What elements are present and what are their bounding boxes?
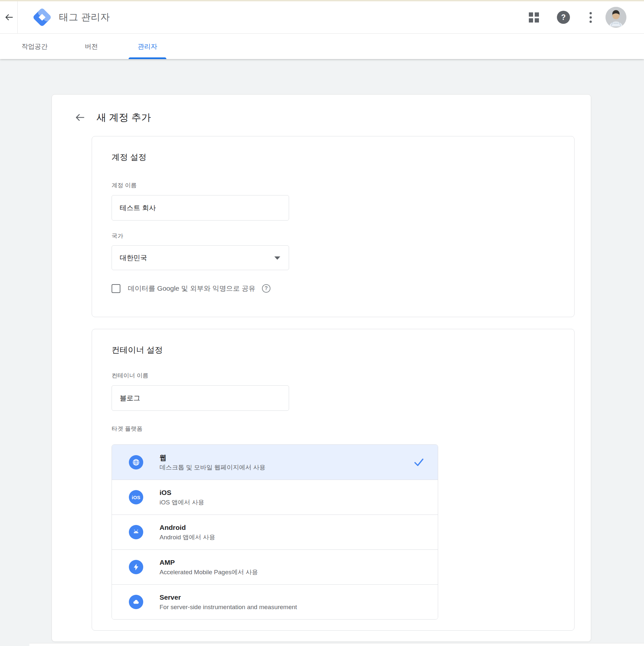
account-name-label: 계정 이름 bbox=[112, 182, 555, 189]
help-icon[interactable]: ? bbox=[557, 11, 570, 24]
platform-text: AMP Accelerated Mobile Pages에서 사용 bbox=[159, 558, 258, 576]
platform-text: 웹 데스크톱 및 모바일 웹페이지에서 사용 bbox=[159, 453, 265, 471]
account-name-input[interactable] bbox=[112, 195, 289, 221]
platform-title: Server bbox=[159, 593, 297, 601]
globe-icon bbox=[129, 455, 143, 469]
share-data-checkbox[interactable] bbox=[112, 284, 120, 293]
platform-title: AMP bbox=[159, 558, 258, 566]
kebab-menu-icon[interactable] bbox=[588, 11, 593, 24]
header-actions: ? bbox=[529, 7, 644, 28]
platform-text: Server For server-side instrumentation a… bbox=[159, 593, 297, 611]
account-settings-section: 계정 설정 계정 이름 국가 대한민국 데이터를 Google 및 외부와 익명… bbox=[92, 136, 574, 317]
platform-row-android[interactable]: Android Android 앱에서 사용 bbox=[112, 515, 438, 549]
android-icon bbox=[129, 525, 143, 539]
platform-desc: Accelerated Mobile Pages에서 사용 bbox=[159, 568, 258, 576]
platform-desc: For server-side instrumentation and meas… bbox=[159, 603, 297, 611]
gtm-logo bbox=[32, 7, 52, 27]
target-platform-label: 타겟 플랫폼 bbox=[112, 425, 555, 432]
page-content: 새 계정 추가 계정 설정 계정 이름 국가 대한민국 데이터를 Google … bbox=[0, 59, 644, 642]
platform-text: iOS iOS 앱에서 사용 bbox=[159, 489, 204, 506]
platform-row-ios[interactable]: iOS iOS iOS 앱에서 사용 bbox=[112, 479, 438, 515]
platform-title: Android bbox=[159, 523, 215, 532]
apps-grid-icon[interactable] bbox=[529, 12, 539, 22]
platform-row-web[interactable]: 웹 데스크톱 및 모바일 웹페이지에서 사용 bbox=[112, 445, 438, 479]
chevron-down-icon bbox=[275, 256, 280, 260]
ios-icon: iOS bbox=[129, 490, 143, 505]
platform-desc: Android 앱에서 사용 bbox=[159, 533, 215, 541]
share-data-help-icon[interactable]: ? bbox=[262, 284, 271, 293]
platform-title: 웹 bbox=[159, 453, 265, 462]
platform-desc: iOS 앱에서 사용 bbox=[159, 499, 204, 506]
container-settings-title: 컨테이너 설정 bbox=[112, 345, 555, 355]
platform-desc: 데스크톱 및 모바일 웹페이지에서 사용 bbox=[159, 464, 265, 471]
account-settings-title: 계정 설정 bbox=[112, 152, 555, 162]
country-label: 국가 bbox=[112, 232, 555, 239]
container-name-input[interactable] bbox=[112, 385, 289, 411]
back-arrow-button[interactable] bbox=[74, 112, 86, 123]
country-select-value: 대한민국 bbox=[120, 253, 147, 262]
app-header: 태그 관리자 ? bbox=[0, 1, 644, 34]
checkmark-icon bbox=[413, 456, 425, 468]
container-settings-section: 컨테이너 설정 컨테이너 이름 타겟 플랫폼 웹 데스크톱 및 모 bbox=[92, 329, 574, 631]
app-title: 태그 관리자 bbox=[59, 11, 110, 24]
tab-admin[interactable]: 관리자 bbox=[128, 34, 167, 59]
cloud-icon bbox=[129, 595, 143, 609]
browser-back-button[interactable] bbox=[0, 1, 18, 34]
platform-row-amp[interactable]: AMP Accelerated Mobile Pages에서 사용 bbox=[112, 549, 438, 584]
country-select[interactable]: 대한민국 bbox=[112, 245, 289, 270]
platform-row-server[interactable]: Server For server-side instrumentation a… bbox=[112, 584, 438, 619]
share-data-label: 데이터를 Google 및 외부와 익명으로 공유 bbox=[128, 284, 255, 293]
card-header: 새 계정 추가 bbox=[52, 95, 591, 126]
platform-text: Android Android 앱에서 사용 bbox=[159, 523, 215, 541]
footer-sliver bbox=[29, 643, 644, 646]
target-platform-list: 웹 데스크톱 및 모바일 웹페이지에서 사용 iOS iOS iOS 앱에서 사… bbox=[112, 444, 438, 620]
top-tab-bar: 작업공간 버전 관리자 bbox=[0, 34, 644, 59]
add-account-card: 새 계정 추가 계정 설정 계정 이름 국가 대한민국 데이터를 Google … bbox=[51, 94, 591, 642]
amp-bolt-icon bbox=[129, 560, 143, 574]
container-name-label: 컨테이너 이름 bbox=[112, 372, 555, 379]
back-arrow-icon bbox=[4, 12, 14, 22]
share-data-row: 데이터를 Google 및 외부와 익명으로 공유 ? bbox=[112, 284, 555, 293]
tab-workspace[interactable]: 작업공간 bbox=[12, 34, 57, 59]
platform-title: iOS bbox=[159, 489, 204, 497]
avatar[interactable] bbox=[606, 7, 626, 28]
tab-versions[interactable]: 버전 bbox=[76, 34, 107, 59]
page-title: 새 계정 추가 bbox=[97, 111, 151, 124]
